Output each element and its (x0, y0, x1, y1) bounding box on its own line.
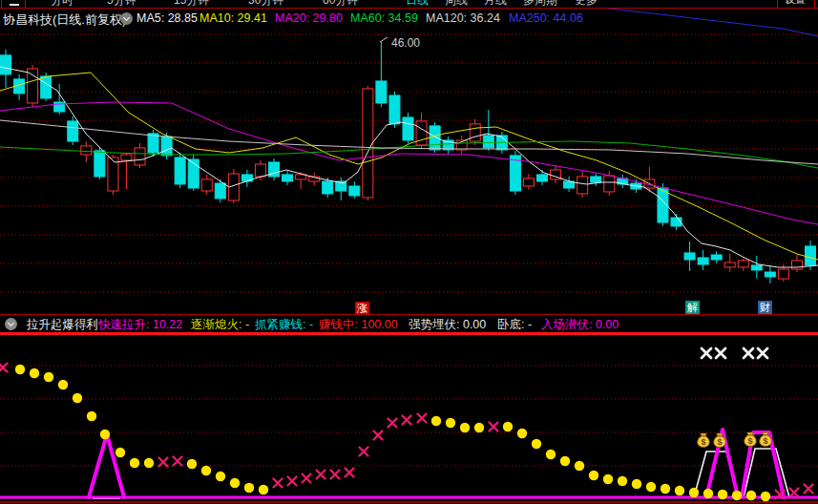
indicator-dot (446, 418, 455, 428)
indicator-dot (230, 478, 240, 488)
candle-body (724, 262, 735, 267)
candle-body (765, 272, 775, 277)
candle-body (363, 89, 373, 198)
indicator-dot (689, 488, 699, 497)
chart-canvas[interactable]: $$$$ 46.00 (0, 0, 818, 504)
indicator-dot (259, 485, 268, 494)
indicator-chevron-down-icon[interactable] (5, 318, 17, 330)
candle-body (94, 151, 105, 177)
money-bag-dollar: $ (763, 436, 767, 446)
indicator-dot (575, 461, 584, 471)
indicator-dot (718, 490, 727, 499)
candle-body (296, 175, 306, 179)
tab-period-60分钟[interactable]: 60分钟 (323, 0, 358, 9)
candle-body (376, 81, 387, 103)
candle-body (470, 124, 480, 141)
candle-body (349, 186, 360, 196)
indicator-dot (503, 422, 513, 431)
candle-body (591, 177, 601, 182)
indicator-dot (603, 474, 613, 484)
indicator-dot (632, 479, 641, 489)
indicator-dot (589, 471, 598, 480)
indicator-x-mark (403, 416, 411, 425)
indicator-dot (15, 365, 25, 374)
ma-value-MA250: MA250: 44.06 (509, 11, 583, 25)
candle-body (806, 246, 816, 265)
candle-body (430, 126, 440, 150)
indicator-dot (30, 368, 39, 378)
money-bag-dollar: $ (701, 437, 705, 447)
candle-body (135, 148, 145, 165)
indicator-name[interactable]: 拉升起爆得利 (27, 317, 98, 333)
indicator-dot (187, 459, 197, 469)
tab-period-分时[interactable]: 分时 (51, 0, 73, 9)
candle-body (215, 183, 225, 199)
candle-body (791, 261, 802, 269)
candle-body (778, 269, 788, 279)
indicator-panel-selected-border (0, 332, 818, 335)
candle-body (698, 258, 708, 264)
indicator-x-mark (331, 471, 340, 479)
candle-body (577, 177, 588, 194)
indicator-x-mark (360, 448, 368, 456)
indicator-dot (474, 423, 484, 432)
ma-line-MA10 (0, 73, 818, 260)
white-x-mark (758, 348, 767, 358)
indicator-dot (661, 484, 670, 494)
main-menu-icon[interactable] (1, 0, 26, 9)
indicator-dot (100, 430, 110, 439)
indicator-dot (532, 439, 541, 449)
indicator-x-mark (317, 471, 325, 479)
zero-axis-line (0, 501, 818, 503)
tab-period-5分钟[interactable]: 5分钟 (107, 0, 136, 9)
indicator-dot (130, 458, 139, 468)
indicator-dot (201, 466, 211, 475)
white-x-mark (716, 348, 725, 358)
indicator-dot (703, 489, 713, 498)
indicator-dot (144, 458, 154, 468)
indicator-x-mark (274, 479, 283, 488)
tab-period-周线[interactable]: 周线 (445, 0, 468, 9)
candle-body (389, 95, 400, 124)
tab-period-月线[interactable]: 月线 (484, 0, 507, 9)
settings-label: 设置 (785, 0, 806, 7)
candle-body (751, 265, 762, 270)
candle-body (323, 181, 333, 194)
indicator-dot (517, 429, 527, 438)
indicator-field-快速拉升: 快速拉升: 10.22 (98, 317, 182, 333)
indicator-x-mark (790, 489, 799, 497)
event-badge-财[interactable]: 财 (758, 301, 772, 314)
indicator-dot (431, 416, 441, 426)
event-badge-涨[interactable]: 涨 (355, 302, 369, 315)
candle-body (283, 175, 293, 181)
indicator-dot (646, 482, 656, 492)
indicator-field-强势埋伏: 强势埋伏: 0.00 (409, 317, 486, 333)
candle-body (523, 178, 534, 186)
indicator-field-逐渐熄火: 逐渐熄火: - (191, 317, 249, 333)
tab-period-日线[interactable]: 日线 (406, 0, 429, 9)
candle-body (68, 121, 78, 141)
indicator-dot (73, 393, 82, 403)
indicator-field-赚钱中: 赚钱中: 100.00 (319, 317, 398, 333)
event-badge-解[interactable]: 解 (685, 301, 700, 314)
ma-line-MA5 (0, 67, 818, 267)
money-bag-dollar: $ (747, 436, 752, 446)
indicator-field-抓紧赚钱: 抓紧赚钱: - (255, 317, 313, 333)
indicator-dot (216, 472, 225, 481)
tab-period-多周期[interactable]: 多周期 (523, 0, 557, 9)
tab-period-15分钟[interactable]: 15分钟 (174, 0, 209, 9)
indicator-x-mark (303, 474, 311, 483)
tab-period-30分钟[interactable]: 30分钟 (248, 0, 283, 9)
candle-body (175, 158, 185, 184)
candle-body (711, 255, 722, 260)
candle-body (201, 179, 212, 191)
indicator-x-mark (490, 423, 498, 431)
chevron-down-icon[interactable] (120, 12, 133, 25)
indicator-dot (115, 448, 125, 457)
settings-button[interactable]: 设置 (777, 0, 815, 9)
candle-body (121, 155, 132, 160)
tab-period-更多[interactable]: 更多 (575, 0, 598, 9)
indicator-x-mark (388, 419, 397, 428)
money-bag-dollar: $ (717, 437, 722, 447)
indicator-dot (87, 411, 96, 421)
